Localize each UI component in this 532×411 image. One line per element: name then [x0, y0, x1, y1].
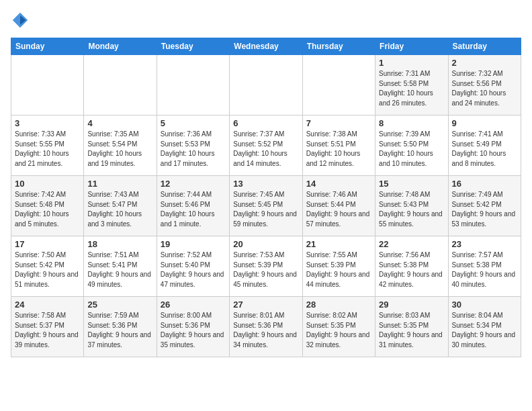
calendar-cell: 24Sunrise: 7:58 AM Sunset: 5:37 PM Dayli…: [11, 297, 84, 357]
calendar-cell: [11, 55, 84, 116]
day-info: Sunrise: 7:51 AM Sunset: 5:41 PM Dayligh…: [87, 250, 152, 289]
calendar-cell: 16Sunrise: 7:49 AM Sunset: 5:42 PM Dayli…: [448, 176, 521, 236]
day-info: Sunrise: 7:52 AM Sunset: 5:40 PM Dayligh…: [161, 250, 226, 289]
calendar-cell: 13Sunrise: 7:45 AM Sunset: 5:45 PM Dayli…: [230, 176, 302, 236]
day-number: 4: [87, 118, 152, 128]
column-header-monday: Monday: [84, 38, 157, 55]
calendar-cell: 27Sunrise: 8:01 AM Sunset: 5:36 PM Dayli…: [230, 297, 302, 357]
calendar-cell: 1Sunrise: 7:31 AM Sunset: 5:58 PM Daylig…: [375, 55, 448, 116]
day-info: Sunrise: 7:41 AM Sunset: 5:49 PM Dayligh…: [452, 130, 517, 169]
day-info: Sunrise: 7:46 AM Sunset: 5:44 PM Dayligh…: [306, 190, 371, 229]
day-number: 3: [15, 118, 80, 128]
calendar-cell: 6Sunrise: 7:37 AM Sunset: 5:52 PM Daylig…: [230, 116, 302, 176]
column-header-friday: Friday: [375, 38, 448, 55]
column-header-wednesday: Wednesday: [230, 38, 302, 55]
calendar-cell: 10Sunrise: 7:42 AM Sunset: 5:48 PM Dayli…: [11, 176, 84, 236]
day-info: Sunrise: 7:36 AM Sunset: 5:53 PM Dayligh…: [161, 130, 226, 169]
day-number: 24: [15, 300, 80, 310]
day-number: 15: [379, 179, 444, 189]
day-number: 2: [452, 58, 517, 68]
day-number: 1: [379, 58, 444, 68]
column-header-saturday: Saturday: [448, 38, 521, 55]
day-info: Sunrise: 7:31 AM Sunset: 5:58 PM Dayligh…: [379, 69, 444, 108]
calendar-week-row: 3Sunrise: 7:33 AM Sunset: 5:55 PM Daylig…: [11, 116, 521, 176]
calendar-cell: [230, 55, 302, 116]
day-number: 11: [87, 179, 152, 189]
day-number: 7: [306, 118, 371, 128]
day-info: Sunrise: 7:59 AM Sunset: 5:36 PM Dayligh…: [87, 311, 152, 350]
column-header-sunday: Sunday: [11, 38, 84, 55]
calendar-cell: 17Sunrise: 7:50 AM Sunset: 5:42 PM Dayli…: [11, 236, 84, 297]
calendar-cell: 25Sunrise: 7:59 AM Sunset: 5:36 PM Dayli…: [84, 297, 157, 357]
calendar-cell: 15Sunrise: 7:48 AM Sunset: 5:43 PM Dayli…: [375, 176, 448, 236]
calendar-cell: 20Sunrise: 7:53 AM Sunset: 5:39 PM Dayli…: [230, 236, 302, 297]
day-info: Sunrise: 7:48 AM Sunset: 5:43 PM Dayligh…: [379, 190, 444, 229]
calendar-cell: 8Sunrise: 7:39 AM Sunset: 5:50 PM Daylig…: [375, 116, 448, 176]
calendar-week-row: 1Sunrise: 7:31 AM Sunset: 5:58 PM Daylig…: [11, 55, 521, 116]
logo: [11, 11, 32, 30]
day-number: 29: [379, 300, 444, 310]
calendar-cell: 7Sunrise: 7:38 AM Sunset: 5:51 PM Daylig…: [302, 116, 375, 176]
day-info: Sunrise: 7:58 AM Sunset: 5:37 PM Dayligh…: [15, 311, 80, 350]
day-info: Sunrise: 7:43 AM Sunset: 5:47 PM Dayligh…: [87, 190, 152, 229]
day-number: 25: [87, 300, 152, 310]
logo-icon: [11, 11, 30, 30]
day-info: Sunrise: 7:39 AM Sunset: 5:50 PM Dayligh…: [379, 130, 444, 169]
calendar-header-row: SundayMondayTuesdayWednesdayThursdayFrid…: [11, 38, 521, 55]
calendar-cell: [157, 55, 229, 116]
day-info: Sunrise: 8:00 AM Sunset: 5:36 PM Dayligh…: [161, 311, 226, 350]
day-number: 13: [233, 179, 298, 189]
calendar-cell: 9Sunrise: 7:41 AM Sunset: 5:49 PM Daylig…: [448, 116, 521, 176]
calendar-week-row: 10Sunrise: 7:42 AM Sunset: 5:48 PM Dayli…: [11, 176, 521, 236]
calendar-cell: 5Sunrise: 7:36 AM Sunset: 5:53 PM Daylig…: [157, 116, 229, 176]
day-number: 28: [306, 300, 371, 310]
day-number: 10: [15, 179, 80, 189]
calendar-cell: 21Sunrise: 7:55 AM Sunset: 5:39 PM Dayli…: [302, 236, 375, 297]
day-info: Sunrise: 7:56 AM Sunset: 5:38 PM Dayligh…: [379, 250, 444, 289]
day-info: Sunrise: 7:49 AM Sunset: 5:42 PM Dayligh…: [452, 190, 517, 229]
day-info: Sunrise: 8:04 AM Sunset: 5:34 PM Dayligh…: [452, 311, 517, 350]
calendar-cell: 14Sunrise: 7:46 AM Sunset: 5:44 PM Dayli…: [302, 176, 375, 236]
calendar-cell: 11Sunrise: 7:43 AM Sunset: 5:47 PM Dayli…: [84, 176, 157, 236]
day-number: 19: [161, 239, 226, 249]
calendar-cell: 29Sunrise: 8:03 AM Sunset: 5:35 PM Dayli…: [375, 297, 448, 357]
day-number: 23: [452, 239, 517, 249]
calendar-table: SundayMondayTuesdayWednesdayThursdayFrid…: [11, 38, 521, 357]
day-info: Sunrise: 7:55 AM Sunset: 5:39 PM Dayligh…: [306, 250, 371, 289]
day-number: 26: [161, 300, 226, 310]
page-header: [11, 11, 521, 30]
day-number: 17: [15, 239, 80, 249]
day-number: 22: [379, 239, 444, 249]
calendar-cell: 26Sunrise: 8:00 AM Sunset: 5:36 PM Dayli…: [157, 297, 229, 357]
calendar-cell: 18Sunrise: 7:51 AM Sunset: 5:41 PM Dayli…: [84, 236, 157, 297]
calendar-cell: 23Sunrise: 7:57 AM Sunset: 5:38 PM Dayli…: [448, 236, 521, 297]
day-number: 6: [233, 118, 298, 128]
calendar-cell: 2Sunrise: 7:32 AM Sunset: 5:56 PM Daylig…: [448, 55, 521, 116]
day-info: Sunrise: 7:42 AM Sunset: 5:48 PM Dayligh…: [15, 190, 80, 229]
day-info: Sunrise: 8:03 AM Sunset: 5:35 PM Dayligh…: [379, 311, 444, 350]
day-number: 8: [379, 118, 444, 128]
calendar-cell: 3Sunrise: 7:33 AM Sunset: 5:55 PM Daylig…: [11, 116, 84, 176]
calendar-cell: 4Sunrise: 7:35 AM Sunset: 5:54 PM Daylig…: [84, 116, 157, 176]
day-info: Sunrise: 8:02 AM Sunset: 5:35 PM Dayligh…: [306, 311, 371, 350]
calendar-cell: 28Sunrise: 8:02 AM Sunset: 5:35 PM Dayli…: [302, 297, 375, 357]
day-number: 16: [452, 179, 517, 189]
calendar-cell: 12Sunrise: 7:44 AM Sunset: 5:46 PM Dayli…: [157, 176, 229, 236]
calendar-cell: [84, 55, 157, 116]
day-number: 27: [233, 300, 298, 310]
day-number: 9: [452, 118, 517, 128]
day-info: Sunrise: 7:53 AM Sunset: 5:39 PM Dayligh…: [233, 250, 298, 289]
day-number: 5: [161, 118, 226, 128]
day-info: Sunrise: 7:32 AM Sunset: 5:56 PM Dayligh…: [452, 69, 517, 108]
calendar-week-row: 17Sunrise: 7:50 AM Sunset: 5:42 PM Dayli…: [11, 236, 521, 297]
day-info: Sunrise: 8:01 AM Sunset: 5:36 PM Dayligh…: [233, 311, 298, 350]
day-number: 14: [306, 179, 371, 189]
day-info: Sunrise: 7:35 AM Sunset: 5:54 PM Dayligh…: [87, 130, 152, 169]
day-info: Sunrise: 7:37 AM Sunset: 5:52 PM Dayligh…: [233, 130, 298, 169]
day-info: Sunrise: 7:50 AM Sunset: 5:42 PM Dayligh…: [15, 250, 80, 289]
day-number: 18: [87, 239, 152, 249]
column-header-tuesday: Tuesday: [157, 38, 229, 55]
day-number: 30: [452, 300, 517, 310]
day-info: Sunrise: 7:45 AM Sunset: 5:45 PM Dayligh…: [233, 190, 298, 229]
day-info: Sunrise: 7:33 AM Sunset: 5:55 PM Dayligh…: [15, 130, 80, 169]
